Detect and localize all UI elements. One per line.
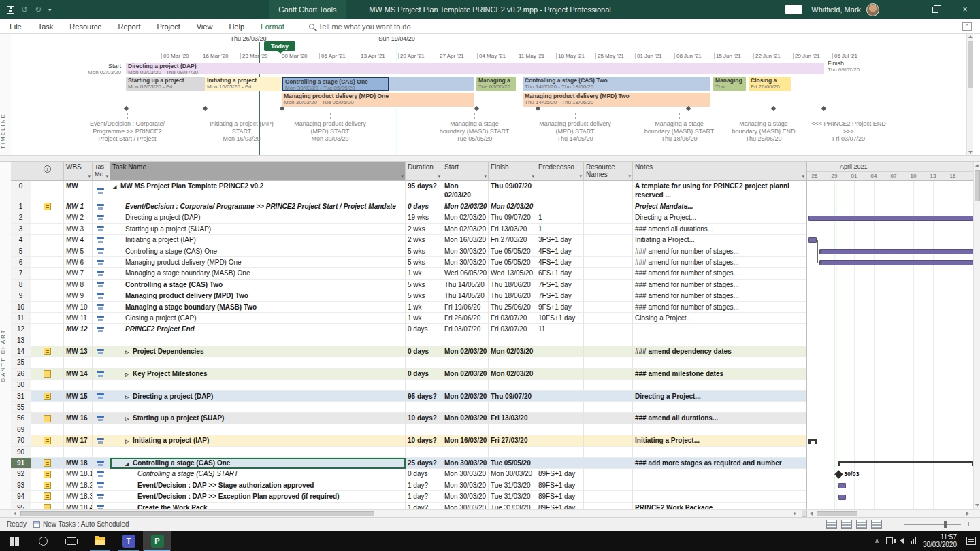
start-cell[interactable]: Fri 19/06/20 [442, 302, 489, 313]
search-button[interactable] [29, 531, 57, 551]
info-cell[interactable] [31, 302, 64, 313]
notes-cell[interactable]: ### amend for number of stages... [633, 290, 806, 301]
finish-cell[interactable]: Tue 05/05/20 [489, 458, 536, 469]
finish-cell[interactable]: Thu 09/07/20 [489, 181, 536, 201]
resource-names-cell[interactable] [584, 369, 633, 380]
duration-cell[interactable] [406, 380, 442, 390]
timeline-bar-cas-one-ext[interactable] [389, 77, 474, 91]
task-mode-cell[interactable] [93, 212, 110, 223]
gantt-task-bar[interactable] [819, 249, 973, 254]
notes-cell[interactable] [633, 480, 806, 491]
wbs-cell[interactable]: MW 13 [64, 346, 93, 357]
start-cell[interactable]: Mon 30/03/20 [442, 480, 489, 491]
resource-names-cell[interactable] [584, 235, 633, 246]
resource-names-cell[interactable] [584, 458, 633, 469]
row-number[interactable]: 12 [11, 324, 31, 335]
row-number[interactable]: 8 [11, 280, 31, 290]
info-cell[interactable] [31, 324, 64, 335]
finish-cell[interactable]: Thu 25/06/20 [489, 302, 536, 313]
info-cell[interactable] [31, 212, 64, 223]
table-row[interactable]: 94MW 18.3Event/Decision : DAP >> Excepti… [11, 491, 806, 502]
wbs-cell[interactable]: MW 5 [64, 246, 93, 257]
scroll-up-icon[interactable] [968, 35, 973, 38]
notes-cell[interactable] [633, 447, 806, 458]
note-icon[interactable] [44, 459, 51, 467]
wbs-column-header[interactable]: WBS▾ [64, 162, 93, 181]
scrollbar-thumb[interactable] [975, 170, 980, 201]
table-row[interactable]: 13 [11, 335, 806, 346]
notes-cell[interactable] [633, 491, 806, 502]
info-cell[interactable] [31, 391, 64, 402]
wbs-cell[interactable]: MW 18.2 [64, 480, 93, 491]
start-cell[interactable]: Fri 03/07/20 [442, 324, 489, 335]
task-name-cell[interactable]: ◢Controlling a stage (CAS) One [110, 458, 406, 469]
info-column-header[interactable]: i [31, 162, 64, 181]
task-name-cell[interactable] [110, 424, 406, 435]
task-view-button[interactable] [57, 531, 86, 551]
wbs-cell[interactable]: MW 14 [64, 369, 93, 380]
horizontal-scrollbar[interactable] [0, 509, 980, 517]
resource-names-cell[interactable] [584, 181, 633, 201]
table-row[interactable]: 25 [11, 357, 806, 368]
notes-column-header[interactable]: Notes▾ [633, 162, 806, 181]
note-icon[interactable] [44, 348, 51, 355]
task-mode-cell[interactable] [93, 424, 110, 435]
expand-subtasks-icon[interactable]: ▷ [125, 393, 133, 402]
scroll-left-icon[interactable] [14, 512, 16, 516]
expand-subtasks-icon[interactable]: ▷ [125, 437, 133, 446]
start-cell[interactable]: Mon 02/03/20 [442, 212, 489, 223]
predecessors-cell[interactable]: 9FS+1 day [536, 302, 584, 313]
tell-me-box[interactable]: Tell me what you want to do [309, 22, 411, 31]
task-name-cell[interactable]: Managing a stage boundary (MASB) Two [110, 302, 406, 313]
info-cell[interactable] [31, 246, 64, 257]
duration-cell[interactable]: 95 days? [406, 181, 442, 201]
note-icon[interactable] [44, 504, 51, 509]
task-name-cell[interactable]: Closing a project (CAP) [110, 313, 406, 324]
gantt-chart-pane[interactable]: April 2021 2629010407101316 30/03 [806, 162, 973, 509]
table-row[interactable]: 30 [11, 380, 806, 390]
resource-names-cell[interactable] [584, 402, 633, 413]
note-icon[interactable] [44, 393, 51, 400]
duration-cell[interactable]: 10 days? [406, 413, 442, 424]
timeline-bar-mpd-one[interactable]: Managing product delivery (MPD) OneMon 3… [282, 93, 474, 107]
task-name-cell[interactable]: Controlling a stage (CAS) Two [110, 280, 406, 290]
row-number[interactable]: 55 [11, 402, 31, 413]
info-cell[interactable] [31, 369, 64, 380]
project-app-button[interactable]: P [143, 531, 172, 551]
notes-cell[interactable]: ### amend for number of stages... [633, 302, 806, 313]
predecessors-cell[interactable] [536, 380, 584, 390]
filter-arrow-icon[interactable]: ▾ [579, 172, 582, 180]
action-center-icon[interactable] [966, 537, 976, 545]
finish-cell[interactable] [489, 335, 536, 346]
duration-cell[interactable]: 5 wks [406, 280, 442, 290]
note-icon[interactable] [44, 437, 51, 444]
finish-cell[interactable]: Thu 09/07/20 [489, 391, 536, 402]
timeline-bar-masb-one[interactable]: Managing aTue 05/05/20 [476, 77, 516, 91]
task-mode-cell[interactable] [93, 181, 110, 201]
predecessors-cell[interactable] [536, 447, 584, 458]
predecessors-cell[interactable] [536, 346, 584, 357]
finish-cell[interactable]: Thu 18/06/20 [489, 280, 536, 290]
duration-cell[interactable]: 0 days [406, 369, 442, 380]
expand-subtasks-icon[interactable]: ▷ [125, 348, 133, 357]
info-cell[interactable] [31, 480, 64, 491]
wbs-cell[interactable]: MW 2 [64, 212, 93, 223]
duration-cell[interactable]: 5 wks [406, 246, 442, 257]
row-number[interactable]: 69 [11, 424, 31, 435]
wbs-cell[interactable]: MW [64, 181, 93, 201]
row-number[interactable]: 70 [11, 435, 31, 446]
finish-cell[interactable] [489, 402, 536, 413]
duration-cell[interactable]: 0 days [406, 201, 442, 212]
start-cell[interactable] [442, 357, 489, 368]
ribbon-tab-help[interactable]: Help [229, 22, 244, 31]
notes-cell[interactable]: ### amend all durations... [633, 224, 806, 235]
wbs-cell[interactable] [64, 380, 93, 390]
timeline-pane[interactable]: Thu 26/03/20 Sun 19/04/20 Today 09 Mar '… [11, 34, 973, 155]
wbs-cell[interactable]: MW 17 [64, 435, 93, 446]
row-number[interactable]: 0 [11, 181, 31, 201]
zoom-slider-thumb[interactable] [944, 521, 947, 528]
start-cell[interactable] [442, 380, 489, 390]
task-name-cell[interactable]: Starting up a project (SUAP) [110, 224, 406, 235]
filter-arrow-icon[interactable]: ▾ [628, 172, 631, 180]
row-number[interactable]: 26 [11, 369, 31, 380]
